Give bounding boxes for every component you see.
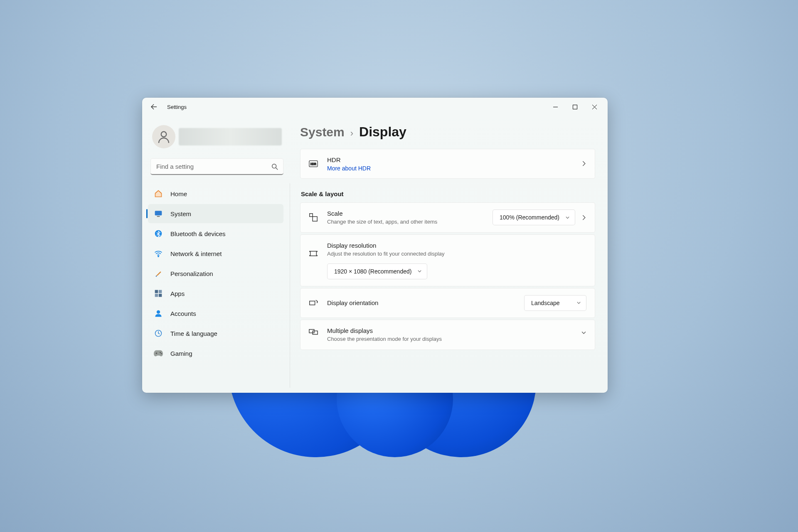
window-title: Settings <box>167 104 187 110</box>
scale-value: 100% (Recommended) <box>500 214 559 221</box>
search-field[interactable] <box>150 158 283 175</box>
sidebar-item-label: Accounts <box>170 310 196 317</box>
sidebar-item-label: System <box>170 210 191 217</box>
back-arrow-icon <box>150 103 157 110</box>
sidebar-item-bluetooth[interactable]: Bluetooth & devices <box>148 224 283 243</box>
svg-rect-18 <box>313 217 317 221</box>
chevron-right-icon <box>581 215 586 220</box>
orientation-icon <box>309 298 318 308</box>
sidebar-item-network[interactable]: Network & internet <box>148 244 283 263</box>
profile-name-redacted <box>179 128 282 145</box>
sidebar-item-system[interactable]: System <box>148 204 283 223</box>
svg-point-13 <box>160 352 161 353</box>
section-scale-layout: Scale & layout <box>301 190 595 197</box>
avatar <box>152 125 175 148</box>
svg-rect-10 <box>159 294 162 297</box>
bluetooth-icon <box>154 229 163 238</box>
svg-rect-8 <box>159 290 162 293</box>
hdr-more-link[interactable]: More about HDR <box>327 165 575 172</box>
chevron-down-icon <box>417 269 422 273</box>
maximize-button[interactable] <box>565 98 585 116</box>
svg-rect-7 <box>155 290 158 293</box>
resolution-sub: Adjust the resolution to fit your connec… <box>327 250 586 258</box>
breadcrumb-current: Display <box>359 124 406 140</box>
sidebar: Home System Bluetooth & devices Network … <box>142 116 290 393</box>
multiple-displays-row[interactable]: Multiple displays Choose the presentatio… <box>300 320 595 350</box>
resolution-value: 1920 × 1080 (Recommended) <box>334 268 411 275</box>
nav-list: Home System Bluetooth & devices Network … <box>144 183 290 388</box>
person-icon <box>154 309 163 318</box>
chevron-right-icon <box>581 161 586 166</box>
apps-icon <box>154 289 163 298</box>
hdr-title: HDR <box>327 156 575 164</box>
sidebar-item-gaming[interactable]: Gaming <box>148 344 283 363</box>
titlebar: Settings <box>142 98 608 116</box>
multi-sub: Choose the presentation mode for your di… <box>327 335 575 343</box>
hdr-icon: HDR <box>309 159 318 168</box>
sidebar-item-apps[interactable]: Apps <box>148 284 283 303</box>
scale-row[interactable]: Scale Change the size of text, apps, and… <box>300 202 595 233</box>
sidebar-item-label: Apps <box>170 290 185 297</box>
wifi-icon <box>154 249 163 258</box>
resolution-row[interactable]: Display resolution Adjust the resolution… <box>300 234 595 286</box>
main-panel: System › Display HDR HDR More about HDR … <box>290 116 608 393</box>
svg-point-11 <box>157 310 160 314</box>
svg-rect-20 <box>310 301 315 305</box>
clock-globe-icon <box>154 329 163 338</box>
multiple-displays-icon <box>309 328 318 337</box>
system-icon <box>154 209 163 218</box>
breadcrumb-parent[interactable]: System <box>300 125 345 139</box>
svg-rect-19 <box>310 251 317 256</box>
content-scroll[interactable]: HDR HDR More about HDR Scale & layout Sc… <box>300 149 598 393</box>
resolution-dropdown[interactable]: 1920 × 1080 (Recommended) <box>327 264 427 279</box>
multi-title: Multiple displays <box>327 327 575 335</box>
scale-title: Scale <box>327 209 493 218</box>
chevron-right-icon: › <box>350 128 353 139</box>
svg-text:HDR: HDR <box>310 163 316 165</box>
close-button[interactable] <box>585 98 604 116</box>
sidebar-item-label: Gaming <box>170 350 192 357</box>
orientation-value: Landscape <box>531 300 560 306</box>
svg-rect-0 <box>573 105 577 109</box>
search-icon <box>271 163 278 170</box>
chevron-down-icon <box>576 300 581 305</box>
breadcrumb: System › Display <box>300 124 598 140</box>
scale-sub: Change the size of text, apps, and other… <box>327 218 493 226</box>
svg-rect-17 <box>310 214 313 217</box>
svg-rect-3 <box>155 211 162 215</box>
gamepad-icon <box>154 349 163 358</box>
sidebar-item-time-language[interactable]: Time & language <box>148 324 283 343</box>
minimize-button[interactable] <box>546 98 565 116</box>
paintbrush-icon <box>154 269 163 278</box>
orientation-title: Display orientation <box>327 299 524 307</box>
chevron-down-icon <box>581 330 586 335</box>
sidebar-item-label: Time & language <box>170 330 217 337</box>
svg-point-14 <box>161 353 162 355</box>
sidebar-item-home[interactable]: Home <box>148 184 283 203</box>
sidebar-item-accounts[interactable]: Accounts <box>148 304 283 323</box>
sidebar-item-label: Home <box>170 190 187 197</box>
svg-point-1 <box>161 132 167 137</box>
profile-section[interactable] <box>144 121 290 158</box>
hdr-row[interactable]: HDR HDR More about HDR <box>300 149 595 179</box>
sidebar-item-label: Bluetooth & devices <box>170 230 226 237</box>
svg-point-6 <box>158 256 159 257</box>
resolution-icon <box>309 249 318 258</box>
home-icon <box>154 189 163 198</box>
sidebar-item-label: Network & internet <box>170 250 222 257</box>
sidebar-item-personalization[interactable]: Personalization <box>148 264 283 283</box>
svg-rect-4 <box>157 216 160 217</box>
svg-point-2 <box>272 164 276 168</box>
back-button[interactable] <box>145 99 162 115</box>
resolution-title: Display resolution <box>327 241 586 250</box>
scale-icon <box>309 213 318 222</box>
svg-rect-9 <box>155 294 158 297</box>
search-input[interactable] <box>150 158 283 175</box>
chevron-down-icon <box>565 215 570 220</box>
orientation-row[interactable]: Display orientation Landscape <box>300 288 595 318</box>
settings-window: Settings Home <box>142 98 608 393</box>
scale-dropdown[interactable]: 100% (Recommended) <box>493 209 575 225</box>
sidebar-item-label: Personalization <box>170 270 213 277</box>
orientation-dropdown[interactable]: Landscape <box>524 295 586 311</box>
